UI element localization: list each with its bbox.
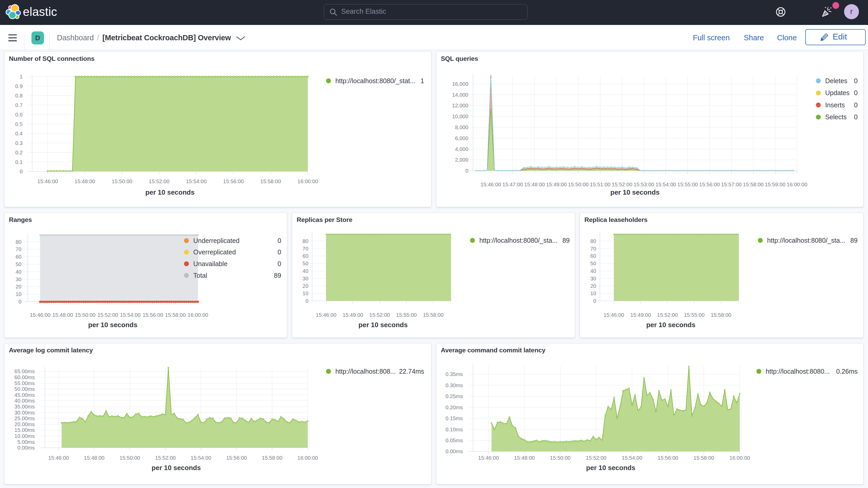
svg-text:12,000: 12,000 [452,103,468,109]
svg-text:15:55:00: 15:55:00 [677,182,698,187]
svg-text:70: 70 [590,246,596,251]
svg-text:15:58:00: 15:58:00 [743,182,764,187]
svg-text:15:46:00: 15:46:00 [48,455,69,461]
svg-text:http://localhost:8080/_sta...: http://localhost:8080/_sta... [767,237,845,244]
svg-text:15:58:00: 15:58:00 [260,179,281,184]
svg-text:15:50:00: 15:50:00 [550,455,570,461]
svg-text:Unavailable: Unavailable [193,260,228,267]
svg-text:0.26ms: 0.26ms [836,368,858,375]
svg-text:per 10 seconds: per 10 seconds [611,188,659,196]
svg-text:0.6: 0.6 [16,112,23,118]
svg-text:15:48:00: 15:48:00 [53,312,73,318]
svg-text:15:52:00: 15:52:00 [612,182,632,187]
svg-text:0: 0 [305,298,308,304]
svg-text:15:46:00: 15:46:00 [480,182,501,187]
svg-text:15:50:00: 15:50:00 [112,179,132,184]
svg-text:15:56:00: 15:56:00 [699,182,720,187]
svg-text:15:55:00: 15:55:00 [684,312,705,318]
svg-text:Overreplicated: Overreplicated [193,248,236,256]
svg-text:0: 0 [854,89,858,96]
svg-text:20.00ms: 20.00ms [14,422,35,427]
svg-text:10: 10 [303,291,308,296]
svg-text:15:54:00: 15:54:00 [655,182,676,187]
svg-text:Selects: Selects [825,113,847,121]
svg-text:5.00ms: 5.00ms [18,439,35,445]
svg-text:20: 20 [303,283,308,289]
svg-text:per 10 seconds: per 10 seconds [88,321,137,329]
svg-text:15:52:00: 15:52:00 [657,312,678,318]
svg-text:2,000: 2,000 [455,157,468,163]
svg-text:20: 20 [590,283,596,289]
svg-text:per 10 seconds: per 10 seconds [145,188,194,196]
svg-text:0.8: 0.8 [16,93,23,98]
svg-text:15:48:00: 15:48:00 [514,455,534,461]
svg-text:http://localhost:8080/_stat...: http://localhost:8080/_stat... [335,77,415,85]
svg-text:60: 60 [16,254,22,260]
svg-text:15:51:00: 15:51:00 [590,182,611,187]
svg-text:20: 20 [16,284,22,289]
svg-text:25.00ms: 25.00ms [14,416,35,421]
svg-text:16:00:00: 16:00:00 [297,455,318,461]
svg-text:15:49:00: 15:49:00 [630,312,651,318]
svg-text:15:58:00: 15:58:00 [165,312,186,318]
svg-text:16:00:00: 16:00:00 [188,312,208,318]
svg-text:15:46:00: 15:46:00 [603,312,624,318]
svg-text:0.2: 0.2 [16,150,23,155]
svg-text:0.3: 0.3 [16,140,23,146]
svg-text:8,000: 8,000 [455,124,468,130]
svg-text:0: 0 [20,169,23,174]
svg-text:0: 0 [19,299,21,305]
svg-text:15:54:00: 15:54:00 [622,455,642,461]
svg-text:70: 70 [16,246,22,252]
svg-text:per 10 seconds: per 10 seconds [586,464,635,471]
svg-text:65.00ms: 65.00ms [14,368,35,374]
svg-text:80: 80 [16,239,22,245]
svg-text:16:00:00: 16:00:00 [298,179,318,184]
svg-text:0: 0 [593,298,596,304]
svg-text:80: 80 [590,238,596,244]
svg-text:16:00:00: 16:00:00 [787,182,807,187]
svg-text:15:48:00: 15:48:00 [74,179,95,184]
svg-text:80: 80 [303,238,308,244]
svg-text:0.00ms: 0.00ms [445,449,463,454]
svg-text:Underreplicated: Underreplicated [193,237,240,244]
svg-text:15:52:00: 15:52:00 [586,455,606,461]
svg-text:15:46:00: 15:46:00 [30,312,51,318]
svg-text:15:57:00: 15:57:00 [721,182,742,187]
svg-text:15:47:00: 15:47:00 [502,182,523,187]
svg-text:0.10ms: 0.10ms [445,427,463,432]
svg-text:0.5: 0.5 [16,121,23,127]
svg-text:10,000: 10,000 [452,114,468,119]
svg-text:70: 70 [303,246,308,251]
svg-text:0.20ms: 0.20ms [445,404,463,410]
svg-text:60: 60 [303,253,308,259]
svg-text:0.1: 0.1 [16,159,23,165]
svg-text:89: 89 [274,272,281,279]
svg-text:15:56:00: 15:56:00 [226,455,247,461]
svg-text:0.00ms: 0.00ms [18,445,35,451]
svg-text:0: 0 [465,168,468,174]
svg-text:1: 1 [421,77,424,85]
svg-text:0.05ms: 0.05ms [445,437,463,443]
svg-text:15:50:00: 15:50:00 [568,182,589,187]
svg-text:4,000: 4,000 [455,146,468,152]
svg-text:1: 1 [20,74,23,80]
svg-text:22.74ms: 22.74ms [399,368,424,375]
svg-text:0: 0 [854,77,858,85]
svg-text:0: 0 [854,113,858,121]
svg-text:40.00ms: 40.00ms [14,398,35,403]
svg-text:15:49:00: 15:49:00 [546,182,566,187]
svg-text:0.9: 0.9 [16,84,23,89]
svg-text:15:48:00: 15:48:00 [84,455,104,461]
svg-text:10: 10 [590,291,596,296]
svg-text:50.00ms: 50.00ms [14,386,35,392]
svg-text:15:54:00: 15:54:00 [120,312,141,318]
svg-text:0.4: 0.4 [16,131,23,136]
svg-text:0: 0 [278,237,281,244]
svg-text:45.00ms: 45.00ms [14,392,35,398]
svg-text:50: 50 [16,262,22,267]
svg-text:Total: Total [193,272,207,279]
svg-text:15:50:00: 15:50:00 [120,455,140,461]
svg-text:15:49:00: 15:49:00 [343,312,363,318]
svg-text:10: 10 [16,291,22,297]
